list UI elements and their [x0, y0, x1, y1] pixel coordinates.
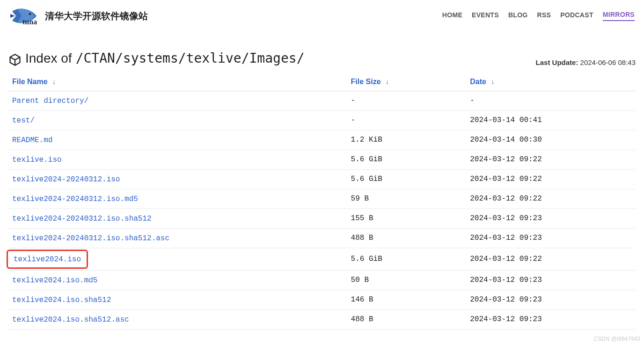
file-size-cell: 488 B — [347, 309, 467, 329]
file-size-cell: 5.6 GiB — [347, 248, 467, 270]
table-row: texlive2024.iso.sha512146 B2024-03-12 09… — [8, 290, 636, 309]
sort-arrow-icon: ↓ — [386, 78, 389, 86]
file-size-cell: 59 B — [347, 189, 467, 208]
file-size-cell: 5.6 GiB — [347, 169, 467, 189]
table-row: texlive2024-20240312.iso5.6 GiB2024-03-1… — [8, 169, 636, 189]
watermark: CSDN @I8947943 — [593, 336, 640, 339]
file-link[interactable]: Parent directory/ — [12, 97, 88, 105]
file-date-cell: 2024-03-12 09:23 — [466, 309, 636, 329]
file-size-cell: - — [347, 110, 467, 130]
svg-point-0 — [29, 13, 31, 15]
column-header-size[interactable]: File Size ↓ — [347, 73, 467, 91]
file-name-cell: texlive2024.iso.md5 — [8, 270, 347, 290]
cube-icon — [8, 53, 22, 66]
file-date-cell: 2024-03-12 09:23 — [466, 290, 636, 309]
file-name-cell: texlive2024-20240312.iso.sha512 — [8, 208, 347, 228]
file-date-cell: 2024-03-12 09:22 — [466, 248, 636, 270]
file-size-cell: 50 B — [347, 270, 467, 290]
file-name-cell: texlive2024.iso — [8, 248, 347, 270]
file-link[interactable]: README.md — [12, 136, 52, 144]
highlight-annotation: texlive2024.iso — [7, 250, 88, 269]
file-link[interactable]: texlive2024.iso — [14, 255, 81, 264]
file-date-cell: 2024-03-12 09:22 — [466, 169, 636, 189]
file-date-cell: 2024-03-14 00:41 — [466, 110, 636, 130]
nav-link-rss[interactable]: RSS — [537, 11, 551, 21]
file-name-cell: texlive2024-20240312.iso.sha512.asc — [8, 228, 347, 248]
table-row: texlive2024.iso5.6 GiB2024-03-12 09:22 — [8, 248, 636, 270]
column-header-date[interactable]: Date ↓ — [466, 73, 636, 91]
table-row: texlive.iso5.6 GiB2024-03-12 09:22 — [8, 150, 636, 169]
nav-link-podcast[interactable]: PODCAST — [560, 11, 593, 21]
column-header-name[interactable]: File Name ↓ — [8, 73, 347, 91]
file-size-cell: - — [347, 91, 467, 110]
column-header-date-label: Date — [470, 78, 486, 86]
file-name-cell: texlive2024.iso.sha512 — [8, 290, 347, 309]
sort-arrow-icon: ↓ — [491, 78, 494, 86]
index-title-row: Index of /CTAN/systems/texlive/Images/ L… — [8, 50, 636, 66]
file-name-cell: texlive2024.iso.sha512.asc — [8, 309, 347, 329]
file-name-cell: texlive2024-20240312.iso — [8, 169, 347, 189]
table-row: texlive2024-20240312.iso.sha512155 B2024… — [8, 208, 636, 228]
nav-link-blog[interactable]: BLOG — [508, 11, 528, 21]
file-name-cell: test/ — [8, 110, 347, 130]
file-date-cell: 2024-03-12 09:23 — [466, 208, 636, 228]
file-name-cell: texlive.iso — [8, 150, 347, 169]
file-link[interactable]: texlive2024.iso.sha512.asc — [12, 316, 129, 324]
file-name-cell: texlive2024-20240312.iso.md5 — [8, 189, 347, 208]
file-name-cell: README.md — [8, 130, 347, 150]
table-row: texlive2024.iso.md550 B2024-03-12 09:23 — [8, 270, 636, 290]
table-row: README.md1.2 KiB2024-03-14 00:30 — [8, 130, 636, 150]
brand: tuna 清华大学开源软件镜像站 — [9, 6, 148, 26]
last-update: Last Update: 2024-06-06 08:43 — [536, 58, 636, 66]
table-row: test/-2024-03-14 00:41 — [8, 110, 636, 130]
file-date-cell: 2024-03-12 09:22 — [466, 189, 636, 208]
column-header-name-label: File Name — [12, 78, 48, 86]
index-title: Index of /CTAN/systems/texlive/Images/ — [8, 50, 305, 66]
file-date-cell: - — [466, 91, 636, 110]
table-row: Parent directory/-- — [8, 91, 636, 110]
nav-link-events[interactable]: EVENTS — [472, 11, 499, 21]
file-size-cell: 146 B — [347, 290, 467, 309]
sort-arrow-icon: ↓ — [52, 78, 56, 86]
tuna-logo[interactable]: tuna — [9, 6, 39, 26]
file-link[interactable]: texlive2024-20240312.iso.sha512 — [12, 215, 152, 223]
last-update-label: Last Update: — [536, 58, 578, 66]
file-link[interactable]: texlive2024.iso.md5 — [12, 276, 97, 285]
file-date-cell: 2024-03-12 09:22 — [466, 150, 636, 169]
file-link[interactable]: test/ — [12, 116, 35, 125]
site-title: 清华大学开源软件镜像站 — [45, 10, 148, 22]
file-name-cell: Parent directory/ — [8, 91, 347, 110]
file-listing-table: File Name ↓ File Size ↓ Date ↓ Parent di… — [8, 73, 636, 330]
svg-text:tuna: tuna — [22, 18, 37, 26]
nav-link-mirrors[interactable]: MIRRORS — [603, 11, 635, 21]
file-size-cell: 1.2 KiB — [347, 130, 467, 150]
last-update-value: 2024-06-06 08:43 — [580, 58, 636, 66]
file-link[interactable]: texlive2024-20240312.iso.sha512.asc — [12, 234, 169, 243]
index-prefix: Index of — [25, 51, 72, 66]
column-header-size-label: File Size — [351, 78, 381, 86]
file-date-cell: 2024-03-12 09:23 — [466, 270, 636, 290]
file-size-cell: 5.6 GiB — [347, 150, 467, 169]
file-size-cell: 488 B — [347, 228, 467, 248]
file-link[interactable]: texlive2024-20240312.iso.md5 — [12, 195, 138, 203]
nav-link-home[interactable]: HOME — [442, 11, 462, 21]
table-row: texlive2024-20240312.iso.sha512.asc488 B… — [8, 228, 636, 248]
file-link[interactable]: texlive2024-20240312.iso — [12, 175, 120, 184]
file-link[interactable]: texlive2024.iso.sha512 — [12, 296, 111, 304]
file-date-cell: 2024-03-12 09:23 — [466, 228, 636, 248]
file-size-cell: 155 B — [347, 208, 467, 228]
table-row: texlive2024-20240312.iso.md559 B2024-03-… — [8, 189, 636, 208]
file-date-cell: 2024-03-14 00:30 — [466, 130, 636, 150]
content: Index of /CTAN/systems/texlive/Images/ L… — [0, 32, 644, 339]
table-row: texlive2024.iso.sha512.asc488 B2024-03-1… — [8, 309, 636, 329]
site-header: tuna 清华大学开源软件镜像站 HOMEEVENTSBLOGRSSPODCAS… — [0, 0, 644, 32]
main-nav: HOMEEVENTSBLOGRSSPODCASTMIRRORS — [442, 11, 635, 21]
index-path: /CTAN/systems/texlive/Images/ — [76, 50, 305, 66]
file-link[interactable]: texlive.iso — [12, 156, 62, 164]
